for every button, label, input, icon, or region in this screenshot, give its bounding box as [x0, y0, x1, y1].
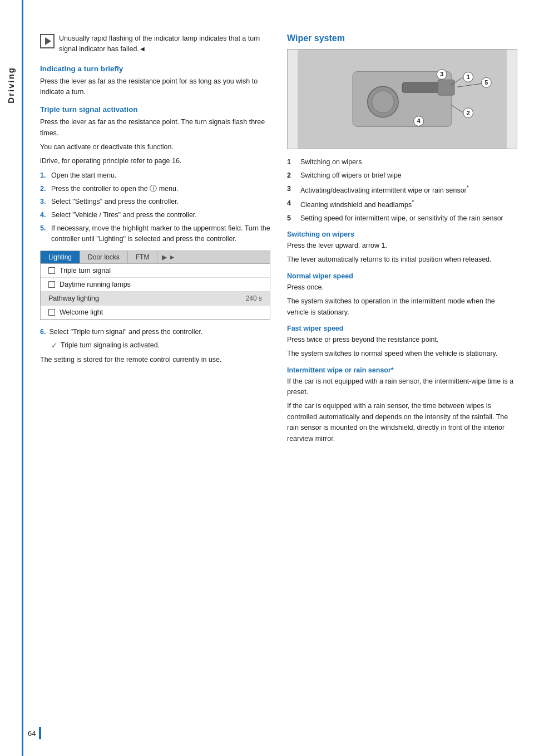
step-6-num: 6.	[40, 327, 46, 337]
svg-text:1: 1	[467, 73, 470, 80]
wiper-num-5: 5	[287, 213, 295, 224]
step-2-text: Press the controller to open the ⓘ menu.	[51, 184, 178, 194]
step-3-num: 3.	[40, 197, 48, 207]
menu-item-triple[interactable]: Triple turn signal	[41, 264, 270, 278]
section2-body3: iDrive, for operating principle refer to…	[40, 156, 270, 166]
page-number: 64	[28, 729, 36, 738]
intermittent-body2: If the car is equipped with a rain senso…	[287, 401, 517, 444]
step-3: 3. Select "Settings" and press the contr…	[40, 197, 270, 207]
section1-heading: Indicating a turn briefly	[40, 65, 270, 73]
closing-text: The setting is stored for the remote con…	[40, 355, 270, 365]
ui-tab-bar: Lighting Door locks FTM ▶ ►	[41, 251, 270, 264]
wiper-text-1: Switching on wipers	[300, 157, 362, 168]
switching-on-heading: Switching on wipers	[287, 230, 517, 238]
step-6: 6. Select "Triple turn signal" and press…	[40, 327, 270, 351]
wiper-text-2: Switching off wipers or brief wipe	[300, 170, 402, 181]
normal-speed-body2: The system switches to operation in the …	[287, 296, 517, 318]
left-column: Unusually rapid flashing of the indicato…	[40, 33, 270, 734]
step-4-text: Select "Vehicle / Tires" and press the c…	[51, 210, 197, 220]
menu-item-welcome[interactable]: Welcome light	[41, 306, 270, 320]
step-2-num: 2.	[40, 184, 48, 194]
fast-speed-heading: Fast wiper speed	[287, 325, 517, 332]
section2-body2: You can activate or deactivate this func…	[40, 142, 270, 153]
wiper-label-5: 5 Setting speed for intermittent wipe, o…	[287, 213, 517, 224]
menu-label-pathway: Pathway lighting	[48, 294, 241, 302]
steps-list: 1. Open the start menu. 2. Press the con…	[40, 170, 270, 244]
play-triangle-icon	[45, 37, 51, 45]
notice-text: Unusually rapid flashing of the indicato…	[59, 33, 270, 55]
check-note-text: Triple turn signaling is activated.	[61, 340, 160, 351]
check-note: ✓ Triple turn signaling is activated.	[51, 340, 270, 351]
step-4-num: 4.	[40, 210, 48, 220]
wiper-label-2: 2 Switching off wipers or brief wipe	[287, 170, 517, 181]
step-1: 1. Open the start menu.	[40, 170, 270, 181]
sidebar-label: Driving	[6, 67, 16, 104]
wiper-num-2: 2	[287, 170, 295, 181]
menu-label-daytime: Daytime running lamps	[60, 281, 262, 288]
step-2: 2. Press the controller to open the ⓘ me…	[40, 184, 270, 194]
fast-speed-body1: Press twice or press beyond the resistan…	[287, 335, 517, 345]
section2-body1: Press the lever as far as the resistance…	[40, 117, 270, 139]
svg-text:5: 5	[484, 79, 488, 86]
tab-door-locks[interactable]: Door locks	[80, 251, 128, 263]
notice-box: Unusually rapid flashing of the indicato…	[40, 33, 270, 55]
step-1-num: 1.	[40, 170, 48, 181]
page-footer: 64	[0, 727, 534, 739]
wiper-text-5: Setting speed for intermittent wipe, or …	[300, 213, 503, 224]
svg-point-5	[372, 91, 394, 113]
switching-on-body2: The lever automatically returns to its i…	[287, 254, 517, 265]
wiper-text-3: Activating/deactivating intermittent wip…	[300, 184, 469, 196]
normal-speed-heading: Normal wiper speed	[287, 272, 517, 280]
wiper-label-3: 3 Activating/deactivating intermittent w…	[287, 184, 517, 196]
step-5-text: If necessary, move the highlight marker …	[51, 223, 270, 244]
notice-icon	[40, 34, 55, 48]
page-blue-bar	[39, 727, 41, 739]
wiper-num-3: 3	[287, 184, 295, 196]
step-5: 5. If necessary, move the highlight mark…	[40, 223, 270, 244]
main-content: Unusually rapid flashing of the indicato…	[23, 0, 534, 756]
svg-text:2: 2	[467, 110, 470, 116]
checkmark-icon: ✓	[51, 340, 57, 351]
step-3-text: Select "Settings" and press the controll…	[51, 197, 179, 207]
svg-text:3: 3	[440, 71, 443, 77]
svg-text:4: 4	[417, 118, 421, 125]
svg-rect-3	[438, 80, 454, 95]
ui-screenshot: Lighting Door locks FTM ▶ ► Triple turn …	[40, 251, 270, 320]
tab-arrow-icon: ▶ ►	[157, 251, 180, 263]
checkbox-triple[interactable]	[48, 267, 55, 274]
menu-item-pathway[interactable]: Pathway lighting 240 s	[41, 292, 270, 306]
intermittent-body1: If the car is not equipped with a rain s…	[287, 376, 517, 398]
wiper-text-4: Cleaning windshield and headlamps*	[300, 198, 414, 210]
step-4: 4. Select "Vehicle / Tires" and press th…	[40, 210, 270, 220]
menu-label-triple: Triple turn signal	[60, 267, 262, 274]
menu-value-pathway: 240 s	[246, 294, 262, 302]
step-6-text: Select "Triple turn signal" and press th…	[49, 327, 202, 337]
sidebar: Driving	[0, 0, 23, 756]
page-container: Driving Unusually rapid flashing of the …	[0, 0, 534, 756]
intermittent-heading: Intermittent wipe or rain sensor*	[287, 366, 517, 374]
section2-heading: Triple turn signal activation	[40, 105, 270, 114]
checkbox-daytime[interactable]	[48, 281, 55, 288]
wiper-heading: Wiper system	[287, 33, 517, 43]
section1-body: Press the lever as far as the resistance…	[40, 76, 270, 98]
wiper-image: 1 2 3 4 5	[287, 49, 517, 149]
fast-speed-body2: The system switches to normal speed when…	[287, 348, 517, 359]
switching-on-body1: Press the lever upward, arrow 1.	[287, 240, 517, 251]
wiper-label-4: 4 Cleaning windshield and headlamps*	[287, 198, 517, 210]
tab-lighting[interactable]: Lighting	[41, 251, 80, 263]
wiper-label-1: 1 Switching on wipers	[287, 157, 517, 168]
step-1-text: Open the start menu.	[51, 170, 116, 181]
right-column: Wiper system 1	[287, 33, 517, 734]
wiper-diagram: 1 2 3 4 5	[288, 50, 517, 149]
tab-ftm[interactable]: FTM	[128, 251, 158, 263]
wiper-num-1: 1	[287, 157, 295, 168]
normal-speed-body1: Press once.	[287, 282, 517, 293]
menu-label-welcome: Welcome light	[60, 308, 262, 316]
wiper-labels-list: 1 Switching on wipers 2 Switching off wi…	[287, 157, 517, 224]
wiper-num-4: 4	[287, 198, 295, 210]
checkbox-welcome[interactable]	[48, 309, 55, 316]
menu-item-daytime[interactable]: Daytime running lamps	[41, 278, 270, 292]
step-5-num: 5.	[40, 223, 48, 244]
